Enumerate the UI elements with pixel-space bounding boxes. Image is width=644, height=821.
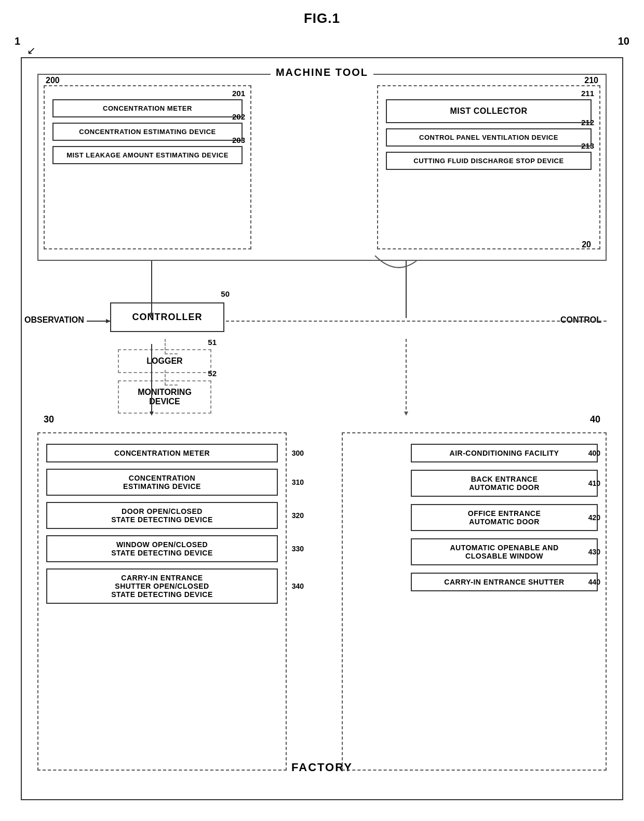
label-40: 40 <box>590 414 600 425</box>
device-310-wrapper: CONCENTRATION ESTIMATING DEVICE 310 <box>46 469 278 496</box>
device-203: MIST LEAKAGE AMOUNT ESTIMATING DEVICE <box>52 146 243 164</box>
svg-marker-6 <box>404 412 408 416</box>
control-label: CONTROL <box>560 315 601 325</box>
device-320: DOOR OPEN/CLOSED STATE DETECTING DEVICE <box>46 502 278 529</box>
device-300-wrapper: CONCENTRATION METER 300 <box>46 444 278 462</box>
device-420: OFFICE ENTRANCE AUTOMATIC DOOR <box>411 504 598 531</box>
num-202: 202 <box>232 112 245 121</box>
device-201: CONCENTRATION METER <box>52 99 243 117</box>
device-410-wrapper: BACK ENTRANCE AUTOMATIC DOOR 410 <box>353 470 598 497</box>
num-340: 340 <box>292 582 304 590</box>
num-203: 203 <box>232 136 245 144</box>
device-213: CUTTING FLUID DISCHARGE STOP DEVICE <box>386 152 592 170</box>
device-440: CARRY-IN ENTRANCE SHUTTER <box>411 573 598 591</box>
num-400: 400 <box>588 449 600 457</box>
obs-to-ctrl-line <box>87 321 110 322</box>
num-211: 211 <box>581 89 594 98</box>
device-203-wrapper: MIST LEAKAGE AMOUNT ESTIMATING DEVICE 20… <box>52 146 243 164</box>
device-212-wrapper: CONTROL PANEL VENTILATION DEVICE 212 <box>386 128 592 147</box>
device-330-wrapper: WINDOW OPEN/CLOSED STATE DETECTING DEVIC… <box>46 535 278 562</box>
device-202-wrapper: CONCENTRATION ESTIMATING DEVICE 202 <box>52 123 243 141</box>
device-320-wrapper: DOOR OPEN/CLOSED STATE DETECTING DEVICE … <box>46 502 278 529</box>
device-440-wrapper: CARRY-IN ENTRANCE SHUTTER 440 <box>353 573 598 591</box>
device-430-wrapper: AUTOMATIC OPENABLE AND CLOSABLE WINDOW 4… <box>353 538 598 565</box>
label-30: 30 <box>44 414 54 425</box>
num-212: 212 <box>581 118 594 127</box>
label-20: 20 <box>582 240 591 249</box>
device-202: CONCENTRATION ESTIMATING DEVICE <box>52 123 243 141</box>
num-320: 320 <box>292 511 304 520</box>
section-40-box: AIR-CONDITIONING FACILITY 400 BACK ENTRA… <box>342 432 607 771</box>
observation-label: OBSERVATION <box>24 315 84 325</box>
num-52: 52 <box>208 369 217 378</box>
monitoring-label: MONITORING DEVICE <box>138 388 192 406</box>
device-430: AUTOMATIC OPENABLE AND CLOSABLE WINDOW <box>411 538 598 565</box>
label-210: 210 <box>584 76 598 85</box>
device-330: WINDOW OPEN/CLOSED STATE DETECTING DEVIC… <box>46 535 278 562</box>
controller-label: CONTROLLER <box>132 312 203 322</box>
outer-factory-box: FACTORY MACHINE TOOL 200 CONCENTRATION M… <box>21 57 623 800</box>
logger-label: LOGGER <box>146 356 182 365</box>
device-340-wrapper: CARRY-IN ENTRANCE SHUTTER OPEN/CLOSED ST… <box>46 568 278 604</box>
controller-box: CONTROLLER <box>110 302 224 332</box>
section-40-devices: AIR-CONDITIONING FACILITY 400 BACK ENTRA… <box>353 444 598 599</box>
fig-title: FIG.1 <box>10 10 634 27</box>
arrow-1-icon: ↙ <box>27 44 36 57</box>
num-300: 300 <box>292 449 304 457</box>
device-410: BACK ENTRANCE AUTOMATIC DOOR <box>411 470 598 497</box>
label-1: 1 <box>15 35 20 47</box>
device-420-wrapper: OFFICE ENTRANCE AUTOMATIC DOOR 420 <box>353 504 598 531</box>
num-310: 310 <box>292 478 304 486</box>
ctrl-to-monitor-line <box>165 370 178 386</box>
device-213-wrapper: CUTTING FLUID DISCHARGE STOP DEVICE 213 <box>386 152 592 170</box>
device-211: MIST COLLECTOR <box>386 99 592 123</box>
ctrl-dashed-line <box>226 321 607 322</box>
ctrl-to-logger-line <box>165 339 178 354</box>
machine-tool-label: MACHINE TOOL <box>271 67 373 78</box>
device-201-wrapper: CONCENTRATION METER 201 <box>52 99 243 117</box>
num-201: 201 <box>232 89 245 98</box>
device-212: CONTROL PANEL VENTILATION DEVICE <box>386 128 592 147</box>
section-30-box: CONCENTRATION METER 300 CONCENTRATION ES… <box>37 432 287 771</box>
label-10: 10 <box>618 35 629 47</box>
mt-right-devices: MIST COLLECTOR 211 CONTROL PANEL VENTILA… <box>386 99 592 175</box>
device-400: AIR-CONDITIONING FACILITY <box>411 444 598 462</box>
mt-right-section: 210 MIST COLLECTOR 211 CONTROL PANEL VEN… <box>377 85 600 249</box>
num-50: 50 <box>221 289 230 298</box>
page: FIG.1 1 ↙ 10 FACTORY MACHINE TOOL 200 CO… <box>0 0 644 821</box>
label-200: 200 <box>46 76 60 85</box>
device-310: CONCENTRATION ESTIMATING DEVICE <box>46 469 278 496</box>
num-330: 330 <box>292 545 304 553</box>
num-440: 440 <box>588 578 600 586</box>
device-300: CONCENTRATION METER <box>46 444 278 462</box>
num-420: 420 <box>588 513 600 522</box>
machine-tool-box: MACHINE TOOL 200 CONCENTRATION METER 201… <box>37 74 607 261</box>
mt-left-devices: CONCENTRATION METER 201 CONCENTRATION ES… <box>52 99 243 169</box>
controller-section: 50 CONTROLLER <box>110 302 224 332</box>
device-211-wrapper: MIST COLLECTOR 211 <box>386 99 592 123</box>
device-340: CARRY-IN ENTRANCE SHUTTER OPEN/CLOSED ST… <box>46 568 278 604</box>
middle-section: OBSERVATION CONTROL 50 CONTROLLER 51 LOG <box>37 282 607 401</box>
device-400-wrapper: AIR-CONDITIONING FACILITY 400 <box>353 444 598 462</box>
mt-left-section: 200 CONCENTRATION METER 201 CONCENTRATIO… <box>44 85 251 249</box>
section-30-devices: CONCENTRATION METER 300 CONCENTRATION ES… <box>46 444 278 610</box>
num-410: 410 <box>588 479 600 487</box>
num-51: 51 <box>208 338 217 347</box>
num-213: 213 <box>581 141 594 150</box>
num-430: 430 <box>588 548 600 556</box>
